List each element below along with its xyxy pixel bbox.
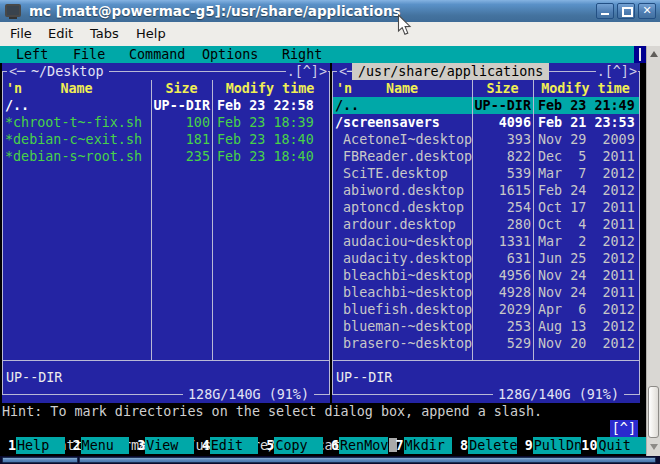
fkey-menu-button[interactable]: 2Menu: [65, 437, 130, 454]
cell-name: *chroot-t~-fix.sh: [3, 114, 153, 131]
cell-size: 181: [153, 131, 214, 148]
file-row[interactable]: /..UP--DIRFeb 23 21:49: [333, 97, 639, 114]
file-row[interactable]: bluefish.desktop2029Apr 6 2012: [333, 301, 639, 318]
file-row[interactable]: ardour.desktop280Oct 4 2011: [333, 216, 639, 233]
file-row[interactable]: SciTE.desktop539Mar 7 2012: [333, 165, 639, 182]
cell-time: Feb 23 21:49: [535, 97, 639, 114]
menu-edit[interactable]: Edit: [48, 22, 73, 46]
file-row[interactable]: abiword.desktop1615Feb 24 2012: [333, 182, 639, 199]
menu-tabs[interactable]: Tabs: [90, 22, 119, 46]
header-size[interactable]: Size: [151, 80, 212, 97]
scrollbar-segment[interactable]: [2, 457, 78, 463]
file-row[interactable]: *debian-c~exit.sh181Feb 23 18:40: [3, 131, 329, 148]
file-row[interactable]: brasero-~desktop529Nov 20 2012: [333, 335, 639, 352]
cell-size: 393: [474, 131, 535, 148]
panel-scroll-marker[interactable]: .[^]>: [596, 63, 638, 80]
fkey-quit-button[interactable]: 10Quit: [581, 437, 646, 454]
mc-menu-right[interactable]: Right: [282, 46, 322, 63]
cell-name: /screensavers: [333, 114, 474, 131]
file-row[interactable]: *debian-s~root.sh235Feb 23 18:40: [3, 148, 329, 165]
menubar: File Edit Tabs Help: [0, 22, 660, 46]
right-panel: <─ /usr/share/applications .[^]> 'n Name…: [332, 63, 640, 403]
terminal-monitor-icon: [5, 4, 21, 19]
minimize-icon[interactable]: [596, 3, 614, 19]
ministatus: UP--DIR: [6, 369, 62, 386]
header-size[interactable]: Size: [472, 80, 533, 97]
menu-file[interactable]: File: [10, 22, 32, 46]
fkey-edit-button[interactable]: 4Edit: [194, 437, 259, 454]
cell-size: 4928: [474, 284, 535, 301]
file-row[interactable]: /screensavers4096Feb 21 23:53: [333, 114, 639, 131]
fkey-renmov-button[interactable]: 6RenMov: [323, 437, 388, 454]
sort-indicator: 'n: [336, 80, 352, 97]
sort-indicator: 'n: [6, 80, 22, 97]
mc-menu-file[interactable]: File: [73, 46, 105, 63]
menu-help[interactable]: Help: [136, 22, 166, 46]
fkey-help-button[interactable]: 1Help: [0, 437, 65, 454]
cell-time: Oct 4 2011: [535, 216, 639, 233]
fkey-label: Edit: [210, 437, 259, 454]
terminal-screen: Left File Command Options Right <─ ~/Des…: [0, 46, 646, 464]
cell-size: 529: [474, 335, 535, 352]
scrollbar-segment[interactable]: [79, 457, 656, 463]
cell-name: AcetoneI~desktop: [333, 131, 474, 148]
cell-size: 4096: [474, 114, 535, 131]
file-row[interactable]: aptoncd.desktop254Oct 17 2011: [333, 199, 639, 216]
text-cursor-artifact: [639, 48, 641, 61]
column-separator: [212, 80, 213, 361]
cell-name: abiword.desktop: [333, 182, 474, 199]
header-modify-time[interactable]: Modify time: [533, 80, 638, 97]
fkey-pulldn-button[interactable]: 9PullDn: [517, 437, 582, 454]
ministatus: UP--DIR: [336, 369, 392, 386]
cell-size: 100: [153, 114, 214, 131]
cell-name: FBReader.desktop: [333, 148, 474, 165]
file-row[interactable]: bleachbi~desktop4956Nov 24 2011: [333, 267, 639, 284]
file-row[interactable]: *chroot-t~-fix.sh100Feb 23 18:39: [3, 114, 329, 131]
cell-name: /..: [3, 97, 153, 114]
panel-border: [639, 71, 640, 395]
command-line[interactable]: matt@powermac-g5:/usr/share/applications…: [2, 420, 646, 437]
close-icon[interactable]: [638, 3, 656, 19]
mc-menu-command[interactable]: Command: [129, 46, 185, 63]
fkey-label: View: [145, 437, 194, 454]
cell-size: 280: [474, 216, 535, 233]
disk-usage: 128G/140G (91%): [493, 386, 624, 403]
cell-name: aptoncd.desktop: [333, 199, 474, 216]
titlebar[interactable]: mc [matt@powermac-g5]:/usr/share/applica…: [0, 0, 660, 22]
file-row[interactable]: /..UP--DIRFeb 23 22:58: [3, 97, 329, 114]
mc-menu-left[interactable]: Left: [16, 46, 48, 63]
mc-menu-options[interactable]: Options: [202, 46, 258, 63]
right-panel-path[interactable]: /usr/share/applications: [352, 63, 549, 80]
file-row[interactable]: audacity.desktop631Jun 25 2012: [333, 250, 639, 267]
fkey-copy-button[interactable]: 5Copy: [258, 437, 323, 454]
fkey-mkdir-button[interactable]: 7Mkdir: [388, 437, 453, 454]
panel-history-arrow[interactable]: <─: [7, 63, 27, 80]
fkey-label: Mkdir: [404, 437, 453, 454]
up-arrow-icon[interactable]: [650, 51, 658, 57]
fkey-label: Help: [16, 437, 65, 454]
panel-scroll-marker[interactable]: .[^]>: [286, 63, 328, 80]
maximize-icon[interactable]: [617, 3, 635, 19]
scrollbar-thumb[interactable]: [648, 386, 659, 438]
panel-toggle-indicator[interactable]: [^]: [610, 420, 638, 437]
fkey-number: 10: [581, 437, 597, 454]
cell-time: Feb 21 23:53: [535, 114, 639, 131]
cell-size: 822: [474, 148, 535, 165]
file-row[interactable]: bleachbi~desktop4928Nov 24 2011: [333, 284, 639, 301]
file-row[interactable]: AcetoneI~desktop393Nov 29 2009: [333, 131, 639, 148]
file-row[interactable]: FBReader.desktop822Dec 5 2011: [333, 148, 639, 165]
cell-size: 253: [474, 318, 535, 335]
file-row[interactable]: audaciou~desktop1331Mar 2 2012: [333, 233, 639, 250]
fkey-delete-button[interactable]: 8Delete: [452, 437, 517, 454]
file-row[interactable]: blueman-~desktop253Aug 13 2012: [333, 318, 639, 335]
cell-time: Feb 23 18:40: [214, 148, 329, 165]
down-arrow-icon[interactable]: [650, 444, 658, 450]
fkey-view-button[interactable]: 3View: [129, 437, 194, 454]
header-modify-time[interactable]: Modify time: [212, 80, 328, 97]
horizontal-scrollbar[interactable]: [0, 456, 660, 464]
vertical-scrollbar[interactable]: [646, 46, 660, 456]
header-name[interactable]: Name: [332, 80, 472, 97]
header-name[interactable]: Name: [2, 80, 151, 97]
fkey-label: RenMov: [339, 437, 388, 454]
left-panel-path[interactable]: ~/Desktop: [26, 63, 109, 80]
